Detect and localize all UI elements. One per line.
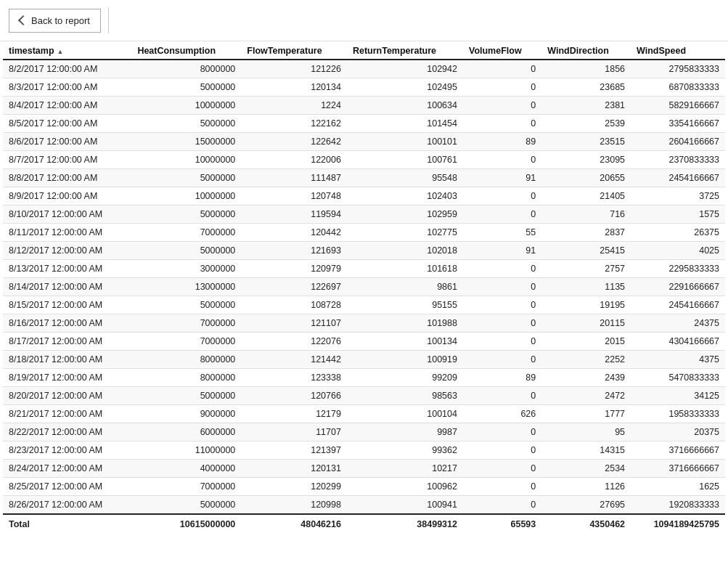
cell-volumeflow: 0 [463, 205, 541, 224]
cell-volumeflow: 0 [463, 478, 541, 496]
cell-heatconsumption: 6000000 [131, 423, 241, 441]
cell-timestamp: 8/4/2017 12:00:00 AM [3, 97, 131, 115]
table-row: 8/4/2017 12:00:00 AM10000000122410063402… [3, 97, 725, 115]
cell-heatconsumption: 10000000 [131, 151, 241, 169]
cell-windspeed: 4375 [631, 351, 725, 369]
cell-timestamp: 8/21/2017 12:00:00 AM [3, 405, 131, 423]
cell-heatconsumption: 5000000 [131, 78, 241, 97]
cell-returntemperature: 102018 [347, 242, 463, 260]
table-row: 8/24/2017 12:00:00 AM4000000120131102170… [3, 460, 725, 478]
cell-heatconsumption: 9000000 [131, 405, 241, 423]
cell-winddirection: 2534 [541, 460, 631, 478]
footer-wind-direction: 4350462 [541, 514, 631, 534]
cell-volumeflow: 0 [463, 351, 541, 369]
cell-heatconsumption: 8000000 [131, 351, 241, 369]
col-timestamp[interactable]: timestamp [3, 41, 131, 60]
footer-return-temperature: 38499312 [347, 514, 463, 534]
data-table: timestamp HeatConsumption FlowTemperatur… [3, 41, 725, 534]
table-row: 8/2/2017 12:00:00 AM80000001212261029420… [3, 60, 725, 78]
cell-winddirection: 1135 [541, 278, 631, 296]
col-flow-temperature[interactable]: FlowTemperature [241, 41, 347, 60]
table-row: 8/10/2017 12:00:00 AM5000000119594102959… [3, 205, 725, 224]
cell-volumeflow: 0 [463, 296, 541, 314]
cell-flowtemperature: 120766 [241, 387, 347, 405]
cell-volumeflow: 0 [463, 460, 541, 478]
cell-volumeflow: 0 [463, 441, 541, 460]
table-row: 8/22/2017 12:00:00 AM6000000117079987095… [3, 423, 725, 441]
cell-timestamp: 8/11/2017 12:00:00 AM [3, 224, 131, 242]
cell-returntemperature: 99209 [347, 369, 463, 387]
header-row: timestamp HeatConsumption FlowTemperatur… [3, 41, 725, 60]
cell-returntemperature: 10217 [347, 460, 463, 478]
cell-returntemperature: 9861 [347, 278, 463, 296]
cell-windspeed: 3725 [631, 187, 725, 205]
cell-timestamp: 8/17/2017 12:00:00 AM [3, 333, 131, 351]
cell-windspeed: 1920833333 [631, 496, 725, 515]
cell-windspeed: 6870833333 [631, 78, 725, 97]
cell-winddirection: 21405 [541, 187, 631, 205]
cell-volumeflow: 0 [463, 187, 541, 205]
cell-heatconsumption: 7000000 [131, 333, 241, 351]
cell-heatconsumption: 10000000 [131, 187, 241, 205]
cell-heatconsumption: 5000000 [131, 242, 241, 260]
cell-heatconsumption: 7000000 [131, 314, 241, 333]
cell-timestamp: 8/19/2017 12:00:00 AM [3, 369, 131, 387]
col-return-temperature[interactable]: ReturnTemperature [347, 41, 463, 60]
cell-windspeed: 34125 [631, 387, 725, 405]
cell-returntemperature: 100634 [347, 97, 463, 115]
cell-winddirection: 23515 [541, 133, 631, 151]
cell-windspeed: 2454166667 [631, 169, 725, 187]
cell-flowtemperature: 122162 [241, 115, 347, 133]
cell-timestamp: 8/10/2017 12:00:00 AM [3, 205, 131, 224]
cell-winddirection: 27695 [541, 496, 631, 515]
cell-windspeed: 5829166667 [631, 97, 725, 115]
cell-flowtemperature: 120134 [241, 78, 347, 97]
cell-heatconsumption: 3000000 [131, 260, 241, 278]
col-heat-consumption[interactable]: HeatConsumption [131, 41, 241, 60]
table-row: 8/9/2017 12:00:00 AM10000000120748102403… [3, 187, 725, 205]
cell-volumeflow: 55 [463, 224, 541, 242]
cell-flowtemperature: 111487 [241, 169, 347, 187]
table-row: 8/19/2017 12:00:00 AM8000000123338992098… [3, 369, 725, 387]
cell-flowtemperature: 123338 [241, 369, 347, 387]
cell-timestamp: 8/8/2017 12:00:00 AM [3, 169, 131, 187]
cell-flowtemperature: 12179 [241, 405, 347, 423]
header-divider [108, 7, 109, 33]
back-to-report-button[interactable]: Back to report [9, 9, 101, 33]
cell-returntemperature: 9987 [347, 423, 463, 441]
cell-windspeed: 2604166667 [631, 133, 725, 151]
cell-volumeflow: 626 [463, 405, 541, 423]
table-row: 8/11/2017 12:00:00 AM7000000120442102775… [3, 224, 725, 242]
cell-returntemperature: 102959 [347, 205, 463, 224]
cell-heatconsumption: 5000000 [131, 496, 241, 515]
table-body: 8/2/2017 12:00:00 AM80000001212261029420… [3, 60, 725, 514]
cell-flowtemperature: 121693 [241, 242, 347, 260]
cell-flowtemperature: 122642 [241, 133, 347, 151]
table-row: 8/18/2017 12:00:00 AM8000000121442100919… [3, 351, 725, 369]
cell-timestamp: 8/15/2017 12:00:00 AM [3, 296, 131, 314]
cell-volumeflow: 0 [463, 496, 541, 515]
cell-windspeed: 5470833333 [631, 369, 725, 387]
cell-flowtemperature: 120979 [241, 260, 347, 278]
cell-volumeflow: 0 [463, 115, 541, 133]
cell-timestamp: 8/2/2017 12:00:00 AM [3, 60, 131, 78]
cell-heatconsumption: 5000000 [131, 205, 241, 224]
table-row: 8/26/2017 12:00:00 AM5000000120998100941… [3, 496, 725, 515]
table-row: 8/7/2017 12:00:00 AM10000000122006100761… [3, 151, 725, 169]
cell-volumeflow: 0 [463, 60, 541, 78]
cell-volumeflow: 91 [463, 242, 541, 260]
table-row: 8/12/2017 12:00:00 AM5000000121693102018… [3, 242, 725, 260]
cell-returntemperature: 102775 [347, 224, 463, 242]
cell-winddirection: 2472 [541, 387, 631, 405]
col-wind-direction[interactable]: WindDirection [541, 41, 631, 60]
col-wind-speed[interactable]: WindSpeed [631, 41, 725, 60]
cell-heatconsumption: 4000000 [131, 460, 241, 478]
cell-returntemperature: 101988 [347, 314, 463, 333]
cell-volumeflow: 89 [463, 133, 541, 151]
cell-heatconsumption: 5000000 [131, 169, 241, 187]
cell-windspeed: 1625 [631, 478, 725, 496]
cell-windspeed: 1958333333 [631, 405, 725, 423]
cell-timestamp: 8/7/2017 12:00:00 AM [3, 151, 131, 169]
col-volume-flow[interactable]: VolumeFlow [463, 41, 541, 60]
table-header: timestamp HeatConsumption FlowTemperatur… [3, 41, 725, 60]
